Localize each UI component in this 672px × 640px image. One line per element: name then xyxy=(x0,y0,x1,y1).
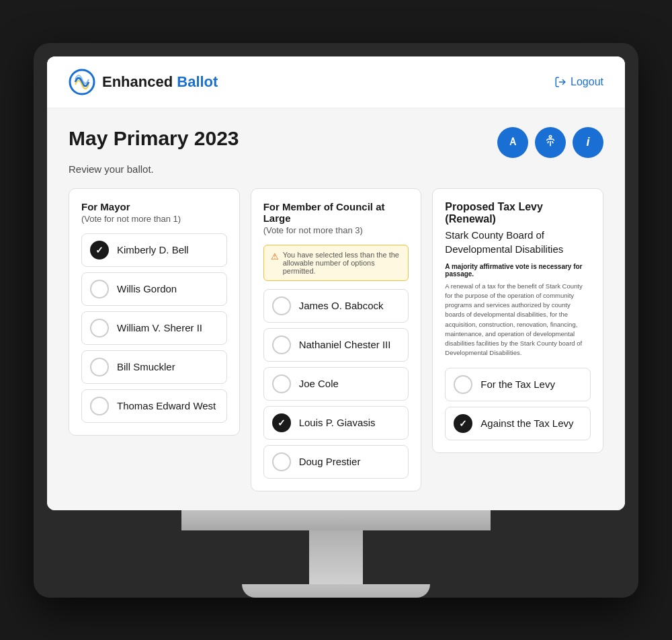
monitor-screen: Enhanced Ballot Logout May Primary 2023 xyxy=(47,56,625,510)
mayor-card-title: For Mayor xyxy=(81,201,227,212)
council-candidate-doug[interactable]: Doug Prestier xyxy=(263,445,409,479)
translate-button[interactable]: Ａ xyxy=(497,127,528,158)
tax-against-label: Against the Tax Levy xyxy=(480,417,573,429)
monitor-stand-neck xyxy=(309,530,363,584)
radio-bill xyxy=(90,358,109,376)
logo-text: Enhanced Ballot xyxy=(102,73,218,91)
info-button[interactable]: i xyxy=(573,127,603,158)
candidate-name-bill: Bill Smuckler xyxy=(117,361,175,372)
radio-joe xyxy=(272,374,291,393)
council-candidate-james[interactable]: James O. Babcock xyxy=(263,289,409,323)
icon-buttons: Ａ i xyxy=(497,127,603,158)
radio-thomas xyxy=(90,397,109,415)
app-header: Enhanced Ballot Logout xyxy=(47,56,625,108)
council-candidate-louis[interactable]: ✓ Louis P. Giavasis xyxy=(263,406,409,440)
info-icon: i xyxy=(586,135,589,149)
page-title-row: May Primary 2023 Ａ xyxy=(69,127,603,158)
candidate-name-willis: Willis Gordon xyxy=(117,283,177,294)
council-card-subtitle: (Vote for not more than 3) xyxy=(263,225,409,235)
radio-louis: ✓ xyxy=(272,413,291,432)
radio-for xyxy=(454,375,472,394)
tax-affirmative: A majority affirmative vote is necessary… xyxy=(445,263,591,278)
page-title: May Primary 2023 xyxy=(69,127,239,150)
candidate-name-doug: Doug Prestier xyxy=(299,456,361,467)
tax-levy-card: Proposed Tax Levy (Renewal) Stark County… xyxy=(432,188,603,453)
radio-james xyxy=(272,296,291,315)
svg-point-2 xyxy=(549,136,551,138)
warning-icon: ⚠ xyxy=(271,251,279,262)
candidate-name-thomas: Thomas Edward West xyxy=(117,400,216,411)
mayor-candidate-thomas[interactable]: Thomas Edward West xyxy=(81,389,227,423)
monitor-stand-top xyxy=(181,510,491,530)
mayor-candidate-william[interactable]: William V. Sherer II xyxy=(81,311,227,345)
accessibility-icon xyxy=(544,134,557,151)
mayor-candidate-kimberly[interactable]: ✓ Kimberly D. Bell xyxy=(81,233,227,267)
radio-kimberly: ✓ xyxy=(90,241,109,259)
accessibility-button[interactable] xyxy=(535,127,566,158)
tax-description: A renewal of a tax for the benefit of St… xyxy=(445,282,591,358)
translate-icon: Ａ xyxy=(507,135,518,149)
council-candidate-joe[interactable]: Joe Cole xyxy=(263,367,409,401)
radio-william xyxy=(90,319,109,337)
council-candidate-nathaniel[interactable]: Nathaniel Chester III xyxy=(263,328,409,362)
monitor-frame: Enhanced Ballot Logout May Primary 2023 xyxy=(34,43,638,598)
tax-option-for[interactable]: For the Tax Levy xyxy=(445,368,591,401)
candidate-name-joe: Joe Cole xyxy=(299,378,339,389)
radio-willis xyxy=(90,280,109,298)
tax-card-org: Stark County Board of Developmental Disa… xyxy=(445,228,591,256)
candidate-name-william: William V. Sherer II xyxy=(117,322,202,333)
radio-nathaniel xyxy=(272,335,291,354)
radio-against: ✓ xyxy=(454,414,472,433)
council-card: For Member of Council at Large (Vote for… xyxy=(251,188,422,491)
mayor-card-subtitle: (Vote for not more than 1) xyxy=(81,214,227,224)
logout-button[interactable]: Logout xyxy=(554,76,603,88)
mayor-candidate-willis[interactable]: Willis Gordon xyxy=(81,272,227,306)
tax-card-title: Proposed Tax Levy (Renewal) xyxy=(445,201,591,225)
warning-text: You have selected less than the the allo… xyxy=(283,251,402,275)
logo-icon xyxy=(69,69,95,95)
page-subtitle: Review your ballot. xyxy=(69,163,603,175)
tax-option-against[interactable]: ✓ Against the Tax Levy xyxy=(445,407,591,440)
cards-row: For Mayor (Vote for not more than 1) ✓ K… xyxy=(69,188,603,491)
candidate-name-kimberly: Kimberly D. Bell xyxy=(117,244,189,255)
council-card-title: For Member of Council at Large xyxy=(263,201,409,224)
mayor-card: For Mayor (Vote for not more than 1) ✓ K… xyxy=(69,188,240,436)
logo-area: Enhanced Ballot xyxy=(69,69,218,95)
radio-doug xyxy=(272,452,291,471)
screen-content: Enhanced Ballot Logout May Primary 2023 xyxy=(47,56,625,510)
candidate-name-nathaniel: Nathaniel Chester III xyxy=(299,339,391,350)
monitor-base xyxy=(242,584,430,598)
council-warning-banner: ⚠ You have selected less than the the al… xyxy=(263,245,409,281)
candidate-name-louis: Louis P. Giavasis xyxy=(299,417,376,428)
mayor-candidate-bill[interactable]: Bill Smuckler xyxy=(81,350,227,384)
tax-for-label: For the Tax Levy xyxy=(480,378,555,390)
candidate-name-james: James O. Babcock xyxy=(299,300,384,311)
logout-icon xyxy=(554,76,566,88)
main-content: May Primary 2023 Ａ xyxy=(47,108,625,510)
